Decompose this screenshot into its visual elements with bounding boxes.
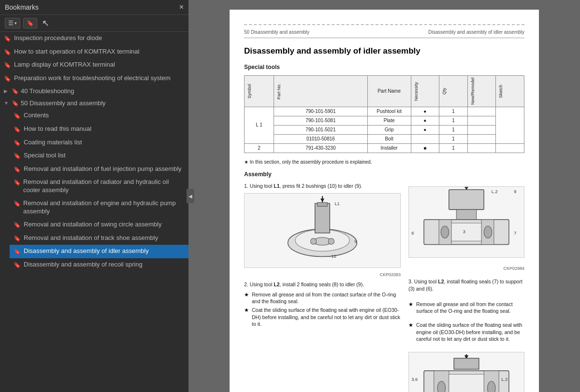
section-40-header[interactable]: ▶ 🔖 40 Troubleshooting <box>0 85 188 97</box>
newremodel-1 <box>467 107 496 116</box>
part-no-5: 791-430-3230 <box>274 143 367 153</box>
bookmark-icon-diode: 🔖 <box>4 35 11 43</box>
part-no-3: 790-101-5021 <box>274 125 367 134</box>
bookmark-item-how-to-read[interactable]: 🔖 How to read this manual <box>10 123 188 136</box>
sidebar-toolbar: ☰ ▾ 🔖 ↖ <box>0 15 188 32</box>
bookmark-label-how-to-read: How to read this manual <box>24 125 91 133</box>
svg-point-41 <box>437 381 446 392</box>
star-icon-2a: ★ <box>244 291 250 305</box>
svg-text:10: 10 <box>331 254 336 259</box>
qty-3: 1 <box>439 125 468 134</box>
cursor-indicator: ↖ <box>42 18 49 28</box>
fig-caption-step1: CKP02083 <box>244 272 401 278</box>
figure-step1: L1 9 10 <box>244 193 401 268</box>
bookmark-item-preparation[interactable]: 🔖 Preparation work for troubleshooting o… <box>0 72 188 85</box>
bookmark-item-radiator[interactable]: 🔖 Removal and installation of radiator a… <box>10 176 188 197</box>
svg-text:3: 3 <box>463 229 465 234</box>
special-tools-table: Symbol Part No. Part Name Necessity Qty … <box>244 75 524 153</box>
col-right: L.2 9 6 7 3 CKP02984 <box>408 182 524 392</box>
step-2-num: 2. <box>244 281 250 287</box>
qty-4: 1 <box>439 134 468 143</box>
bookmark-label-radiator: Removal and installation of radiator and… <box>23 178 184 195</box>
figure-right-mid-svg: 3.6 L.2 7 <box>409 352 524 392</box>
page-header-left: 50 Disassembly and assembly <box>244 29 309 36</box>
col-symbol: Symbol <box>245 75 274 107</box>
toolbar-bookmark-button[interactable]: 🔖 <box>23 18 37 28</box>
figure-right-mid: 3.6 L.2 7 <box>408 352 524 392</box>
figure-step1-svg: L1 9 10 <box>245 194 400 267</box>
bookmark-item-lamp[interactable]: 🔖 Lamp display of KOMTRAX terminal <box>0 58 188 72</box>
svg-marker-6 <box>320 199 324 203</box>
bookmark-item-coating[interactable]: 🔖 Coating materials list <box>10 136 188 150</box>
bookmark-item-engine-pump[interactable]: 🔖 Removal and installation of engine and… <box>10 197 188 218</box>
step-3-bullet-1-text: Remove all grease and oil from the conta… <box>416 301 524 315</box>
section-40-label: 40 Troubleshooting <box>21 87 74 95</box>
bookmark-item-fuel-injection[interactable]: 🔖 Removal and installation of fuel injec… <box>10 163 188 176</box>
bookmark-icon-fuel-injection: 🔖 <box>14 166 21 174</box>
newremodel-4 <box>467 134 496 143</box>
star-note-text: In this section, only the assembly proce… <box>250 159 372 165</box>
main-content: 50 Disassembly and assembly Disassembly … <box>188 0 580 392</box>
bookmark-icon-engine-pump: 🔖 <box>14 200 20 208</box>
menu-icon: ☰ <box>8 20 14 27</box>
sidebar-collapse-handle[interactable]: ◀ <box>187 189 194 203</box>
bookmark-label-preparation: Preparation work for troubleshooting of … <box>14 74 171 83</box>
bookmark-item-swing-circle[interactable]: 🔖 Removal and installation of swing circ… <box>10 218 188 232</box>
sketch-l1 <box>496 107 524 143</box>
bookmark-item-diode[interactable]: 🔖 Inspection procedures for diode <box>0 32 188 45</box>
step-1-text: 1. Using tool L1, press fit 2 bushings (… <box>244 182 401 190</box>
step-2-bullet-2-text: Coat the sliding surface of the floating… <box>252 307 401 328</box>
assembly-section: Assembly 1. Using tool L1, press fit 2 b… <box>244 170 524 392</box>
bookmark-item-track-shoe[interactable]: 🔖 Removal and installation of track shoe… <box>10 232 188 245</box>
page-container[interactable]: 50 Disassembly and assembly Disassembly … <box>188 0 580 392</box>
section-50-header[interactable]: ▼ 🔖 50 Disassembly and assembly <box>0 97 188 109</box>
bookmark-item-idler-assembly[interactable]: 🔖 Disassembly and assembly of idler asse… <box>10 245 188 258</box>
svg-rect-32 <box>449 374 484 392</box>
bookmark-item-komtrax-start[interactable]: 🔖 How to start operation of KOMTRAX term… <box>0 45 188 59</box>
bookmark-item-special-tool[interactable]: 🔖 Special tool list <box>10 149 188 163</box>
two-column-layout: 1. Using tool L1, press fit 2 bushings (… <box>244 182 524 392</box>
bookmark-item-contents[interactable]: 🔖 Contents <box>10 109 188 123</box>
svg-point-42 <box>487 381 495 392</box>
table-row: 01010-50816 Bolt 1 <box>245 134 524 143</box>
step-1-num: 1. <box>244 183 250 189</box>
svg-text:9: 9 <box>354 239 357 244</box>
star-note: ★ In this section, only the assembly pro… <box>244 159 524 166</box>
bookmark-icon-how-to-read: 🔖 <box>14 126 21 134</box>
col-qty: Qty <box>439 75 468 107</box>
doc-title: Disassembly and assembly of idler assemb… <box>244 46 524 56</box>
col-necessity: Necessity <box>411 75 439 107</box>
table-row: 790-101-5081 Plate ● 1 <box>245 116 524 125</box>
star-icon-3a: ★ <box>408 301 414 315</box>
figure-right-top-svg: L.2 9 6 7 3 <box>409 187 524 257</box>
bookmark-label-engine-pump: Removal and installation of engine and h… <box>23 199 184 216</box>
bookmark-icon-special-tool: 🔖 <box>14 153 21 160</box>
symbol-2: 2 <box>245 143 274 153</box>
sidebar-content: 🔖 Inspection procedures for diode 🔖 How … <box>0 32 188 392</box>
part-name-5: Installer <box>367 143 411 153</box>
sidebar-close-button[interactable]: × <box>179 3 184 12</box>
bookmark-icon-radiator: 🔖 <box>14 179 20 187</box>
section-50-children: 🔖 Contents 🔖 How to read this manual 🔖 C… <box>0 109 188 271</box>
necessity-4 <box>411 134 439 143</box>
bookmark-label-track-shoe: Removal and installation of track shoe a… <box>24 234 158 242</box>
svg-rect-35 <box>454 358 479 369</box>
bookmark-item-recoil-spring[interactable]: 🔖 Disassembly and assembly of recoil spr… <box>10 258 188 272</box>
svg-point-10 <box>311 238 317 244</box>
svg-point-28 <box>484 226 492 238</box>
section-50-label: 50 Disassembly and assembly <box>21 99 106 107</box>
svg-text:9: 9 <box>514 189 516 194</box>
star-icon-2b: ★ <box>244 307 250 328</box>
bookmark-icon-40: 🔖 <box>12 88 19 95</box>
bookmark-icon-contents: 🔖 <box>14 112 21 120</box>
step-2-bullet-1: ★ Remove all grease and oil from the con… <box>244 291 401 305</box>
star-icon-3b: ★ <box>408 322 414 343</box>
bookmark-label-lamp: Lamp display of KOMTRAX terminal <box>14 61 115 69</box>
svg-text:6: 6 <box>411 231 414 236</box>
bookmark-label-coating: Coating materials list <box>24 139 82 147</box>
svg-text:L1: L1 <box>335 202 340 207</box>
bookmark-icon-idler-assembly: 🔖 <box>14 248 21 256</box>
toolbar-menu-button[interactable]: ☰ ▾ <box>5 18 20 28</box>
page-header-right: Disassembly and assembly of idler assemb… <box>428 29 524 36</box>
bookmark-icon-preparation: 🔖 <box>4 75 11 83</box>
